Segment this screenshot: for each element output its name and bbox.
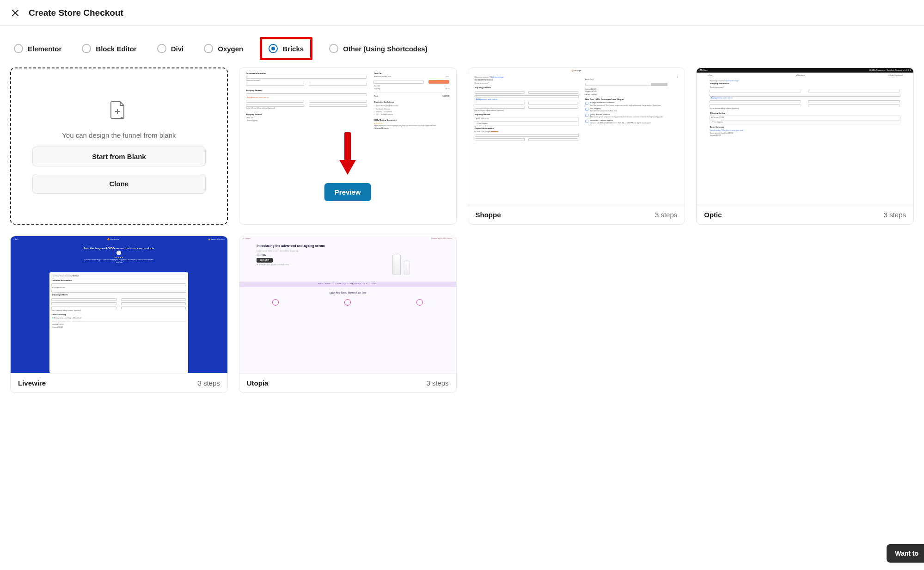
template-thumbnail: Customer Information Create an account? …: [239, 68, 456, 208]
template-steps: 3 steps: [884, 211, 906, 219]
modal-header: Create Store Checkout: [0, 0, 924, 26]
radio-icon: [14, 44, 23, 53]
tab-divi[interactable]: Divi: [153, 41, 188, 56]
template-thumbnail: ⌂ My Store50,000+ Customers | Excellent …: [697, 68, 913, 205]
template-thumbnail: ‹ Back🟠 Logoipsum🔒 Secure Payment Join t…: [11, 236, 227, 373]
template-grid: You can design the funnel from blank Sta…: [0, 67, 924, 411]
template-card-livewire[interactable]: ‹ Back🟠 Logoipsum🔒 Secure Payment Join t…: [10, 236, 228, 393]
template-card-optic[interactable]: ⌂ My Store50,000+ Customers | Excellent …: [696, 67, 914, 225]
preview-button[interactable]: Preview: [324, 183, 371, 201]
blank-template-card: You can design the funnel from blank Sta…: [10, 67, 228, 225]
tab-label: Other (Using Shortcodes): [343, 45, 428, 53]
tab-label: Elementor: [28, 45, 61, 53]
start-from-blank-button[interactable]: Start from Blank: [32, 147, 206, 166]
template-card-utopia[interactable]: ✦ UtopiaTrusted by 10,000+ Users Introdu…: [239, 236, 457, 393]
new-file-icon: [106, 99, 131, 124]
mock-shoppe: 🏠 Shoppe Returning customer? Click here …: [468, 68, 685, 205]
radio-icon: [269, 44, 278, 53]
mock-utopia: ✦ UtopiaTrusted by 10,000+ Users Introdu…: [239, 236, 456, 373]
close-icon[interactable]: [10, 8, 20, 18]
mock-optic: ⌂ My Store50,000+ Customers | Excellent …: [697, 68, 913, 205]
template-thumbnail: 🏠 Shoppe Returning customer? Click here …: [468, 68, 685, 205]
tab-other-shortcodes[interactable]: Other (Using Shortcodes): [325, 41, 431, 56]
template-name: Shoppe: [476, 211, 501, 219]
template-card-shoppe[interactable]: 🏠 Shoppe Returning customer? Click here …: [468, 67, 685, 225]
template-steps: 3 steps: [197, 379, 220, 387]
blank-hint: You can design the funnel from blank: [62, 131, 176, 139]
template-steps: 3 steps: [655, 211, 677, 219]
help-chip[interactable]: Want to: [887, 544, 924, 563]
builder-tabs: Elementor Block Editor Divi Oxygen Brick…: [0, 26, 924, 67]
clone-button[interactable]: Clone: [32, 174, 206, 194]
template-name: Utopia: [247, 379, 269, 387]
tab-block-editor[interactable]: Block Editor: [78, 41, 140, 56]
annotation-arrow-icon: [337, 132, 358, 178]
template-name: Livewire: [18, 379, 46, 387]
tab-label: Bricks: [282, 45, 304, 53]
radio-icon: [82, 44, 91, 53]
tab-oxygen[interactable]: Oxygen: [200, 41, 247, 56]
tab-label: Divi: [171, 45, 184, 53]
page-title: Create Store Checkout: [29, 8, 123, 18]
tab-label: Block Editor: [96, 45, 136, 53]
radio-icon: [157, 44, 166, 53]
template-thumbnail: ✦ UtopiaTrusted by 10,000+ Users Introdu…: [239, 236, 456, 373]
tab-label: Oxygen: [218, 45, 243, 53]
template-steps: 3 steps: [426, 379, 448, 387]
tab-elementor[interactable]: Elementor: [10, 41, 65, 56]
radio-icon: [329, 44, 338, 53]
template-name: Optic: [704, 211, 722, 219]
template-card-minimalist[interactable]: Customer Information Create an account? …: [239, 67, 457, 225]
mock-livewire: ‹ Back🟠 Logoipsum🔒 Secure Payment Join t…: [11, 236, 227, 373]
radio-icon: [204, 44, 213, 53]
tab-bricks[interactable]: Bricks: [260, 37, 312, 60]
